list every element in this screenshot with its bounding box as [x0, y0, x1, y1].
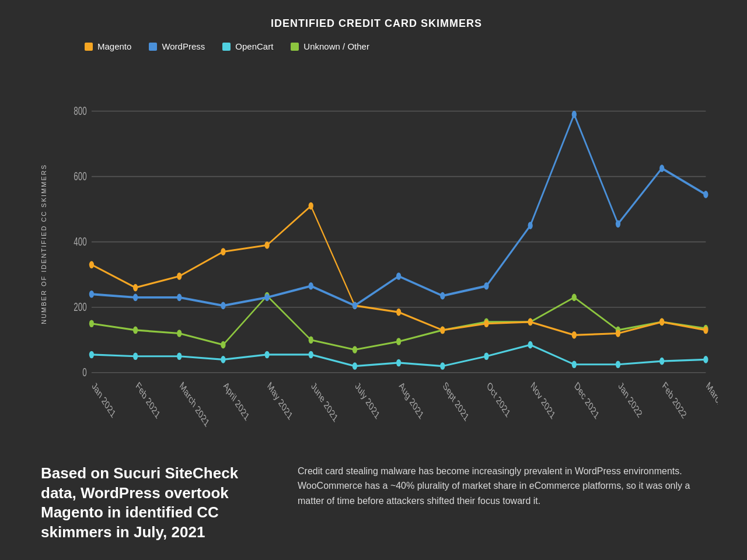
- svg-point-70: [89, 290, 94, 298]
- legend-item-unknown: Unknown / Other: [291, 41, 369, 51]
- svg-point-84: [703, 191, 708, 198]
- svg-point-48: [440, 362, 445, 370]
- svg-point-81: [572, 111, 577, 118]
- svg-text:600: 600: [74, 169, 86, 183]
- svg-point-31: [352, 346, 357, 354]
- svg-point-80: [528, 222, 533, 229]
- svg-text:400: 400: [74, 235, 86, 249]
- legend-label-opencart: OpenCart: [235, 41, 273, 51]
- svg-point-51: [572, 360, 577, 368]
- svg-point-63: [440, 327, 445, 334]
- svg-point-74: [264, 294, 269, 302]
- svg-point-49: [484, 352, 488, 360]
- svg-point-30: [309, 336, 313, 344]
- svg-point-41: [133, 352, 138, 360]
- legend-label-magento: Magento: [97, 41, 131, 51]
- svg-point-67: [616, 330, 620, 337]
- svg-text:Feb 2021: Feb 2021: [134, 380, 161, 421]
- svg-point-45: [309, 351, 313, 359]
- svg-text:Feb 2022: Feb 2022: [661, 380, 688, 421]
- svg-text:April 2021: April 2021: [222, 380, 251, 423]
- chart-plot: 0200400600800Jan 2021Feb 2021March 2021A…: [55, 60, 718, 446]
- svg-point-72: [177, 294, 181, 302]
- svg-text:0: 0: [82, 365, 86, 379]
- svg-text:Nov 2021: Nov 2021: [529, 380, 557, 422]
- svg-point-62: [396, 309, 401, 316]
- svg-text:Aug 2021: Aug 2021: [397, 380, 425, 422]
- svg-point-26: [133, 327, 138, 334]
- svg-point-32: [396, 338, 401, 345]
- svg-point-55: [89, 261, 94, 269]
- chart-area: NUMBER OF IDENTIFIED CC SKIMMERS Magento…: [35, 41, 718, 446]
- main-container: IDENTIFIED CREDIT CARD SKIMMERS NUMBER O…: [0, 0, 747, 560]
- y-axis-label: NUMBER OF IDENTIFIED CC SKIMMERS: [35, 41, 53, 446]
- svg-point-68: [659, 318, 664, 326]
- svg-point-36: [572, 294, 577, 302]
- svg-point-75: [309, 282, 313, 290]
- bottom-section: Based on Sucuri SiteCheck data, WordPres…: [35, 464, 718, 542]
- svg-point-82: [616, 220, 620, 228]
- legend-dot-magento: [85, 43, 93, 51]
- chart-title: IDENTIFIED CREDIT CARD SKIMMERS: [35, 18, 718, 30]
- svg-text:200: 200: [74, 300, 86, 314]
- svg-point-56: [133, 284, 138, 292]
- legend-label-wordpress: WordPress: [162, 41, 205, 51]
- svg-point-71: [133, 294, 138, 302]
- svg-text:Oct 2021: Oct 2021: [486, 380, 512, 420]
- svg-text:Jan 2022: Jan 2022: [617, 380, 643, 420]
- svg-point-83: [659, 164, 664, 172]
- svg-text:May 2021: May 2021: [266, 380, 294, 422]
- svg-point-65: [528, 318, 533, 326]
- svg-text:Jan 2021: Jan 2021: [90, 380, 117, 420]
- legend-label-unknown: Unknown / Other: [303, 41, 369, 51]
- legend-item-opencart: OpenCart: [222, 41, 273, 51]
- svg-point-52: [616, 360, 620, 368]
- svg-point-77: [396, 272, 401, 280]
- svg-text:Sept 2021: Sept 2021: [442, 380, 470, 424]
- legend: MagentoWordPressOpenCartUnknown / Other: [55, 41, 718, 51]
- svg-point-47: [396, 359, 401, 367]
- chart-inner: MagentoWordPressOpenCartUnknown / Other …: [55, 41, 718, 446]
- svg-point-79: [484, 282, 488, 290]
- legend-dot-unknown: [291, 43, 299, 51]
- legend-dot-wordpress: [149, 43, 157, 51]
- svg-point-59: [264, 242, 269, 249]
- chart-svg: 0200400600800Jan 2021Feb 2021March 2021A…: [55, 60, 718, 446]
- svg-point-76: [352, 302, 357, 310]
- legend-item-magento: Magento: [85, 41, 131, 51]
- svg-point-27: [177, 330, 181, 337]
- svg-point-42: [177, 352, 181, 360]
- svg-text:March 2022: March 2022: [705, 380, 718, 429]
- svg-text:Dec 2021: Dec 2021: [573, 380, 601, 422]
- svg-point-60: [309, 202, 313, 210]
- legend-dot-opencart: [222, 43, 231, 51]
- svg-text:March 2021: March 2021: [179, 380, 211, 429]
- svg-point-78: [440, 292, 445, 300]
- svg-point-69: [703, 327, 708, 334]
- bottom-left-text: Based on Sucuri SiteCheck data, WordPres…: [41, 464, 263, 542]
- svg-point-40: [89, 351, 94, 359]
- legend-item-wordpress: WordPress: [149, 41, 205, 51]
- svg-point-57: [177, 272, 181, 280]
- svg-text:June 2021: June 2021: [310, 380, 339, 425]
- svg-text:800: 800: [74, 104, 86, 118]
- svg-point-50: [528, 341, 533, 349]
- svg-point-58: [221, 248, 225, 256]
- svg-point-28: [221, 341, 225, 349]
- svg-point-54: [703, 356, 708, 363]
- svg-point-44: [264, 351, 269, 359]
- svg-point-46: [352, 362, 357, 370]
- bottom-right-text: Credit card stealing malware has become …: [298, 464, 712, 542]
- svg-point-64: [484, 320, 488, 327]
- svg-point-53: [659, 358, 664, 365]
- svg-point-73: [221, 302, 225, 310]
- svg-point-66: [572, 331, 577, 339]
- svg-text:July 2021: July 2021: [354, 380, 381, 422]
- svg-point-43: [221, 356, 225, 363]
- svg-point-25: [89, 320, 94, 327]
